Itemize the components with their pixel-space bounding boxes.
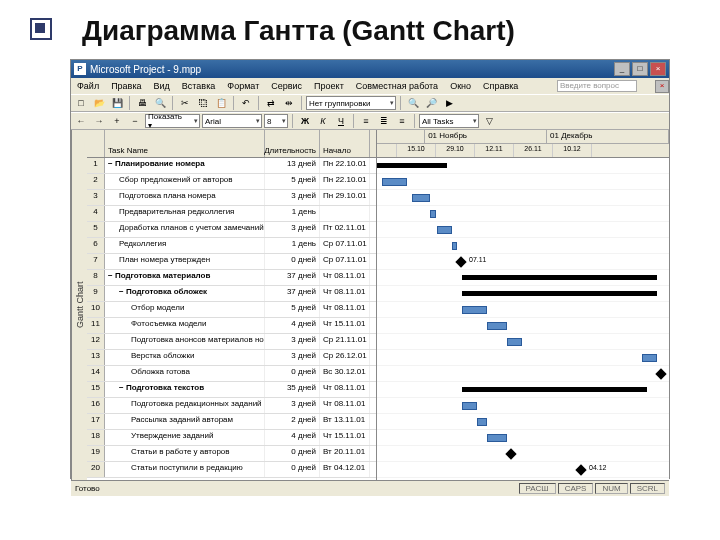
table-row[interactable]: 18Утверждение заданий4 днейЧт 15.11.01 xyxy=(87,430,376,446)
new-icon[interactable]: □ xyxy=(73,95,89,111)
task-start[interactable]: Ср 07.11.01 xyxy=(320,238,370,253)
task-start[interactable]: Пн 29.10.01 xyxy=(320,190,370,205)
table-row[interactable]: 12Подготовка анонсов материалов номера д… xyxy=(87,334,376,350)
task-start[interactable]: Пн 22.10.01 xyxy=(320,174,370,189)
menu-view[interactable]: Вид xyxy=(148,81,176,91)
task-start[interactable]: Пт 02.11.01 xyxy=(320,222,370,237)
task-bar[interactable] xyxy=(487,322,507,330)
show-combo[interactable]: Показать ▾ xyxy=(145,114,200,128)
col-header-duration[interactable]: Длительность xyxy=(265,130,320,157)
task-bar[interactable] xyxy=(642,354,657,362)
table-row[interactable]: 8− Подготовка материалов37 днейЧт 08.11.… xyxy=(87,270,376,286)
zoom-in-icon[interactable]: 🔍 xyxy=(405,95,421,111)
task-name[interactable]: Рассылка заданий авторам xyxy=(105,414,265,429)
outline-minus-icon[interactable]: − xyxy=(127,113,143,129)
task-start[interactable]: Чт 08.11.01 xyxy=(320,270,370,285)
task-name[interactable]: Редколлегия xyxy=(105,238,265,253)
menu-collab[interactable]: Совместная работа xyxy=(350,81,444,91)
task-name[interactable]: Верстка обложки xyxy=(105,350,265,365)
summary-bar[interactable] xyxy=(462,387,647,392)
menu-help[interactable]: Справка xyxy=(477,81,524,91)
milestone-icon[interactable] xyxy=(575,464,586,475)
task-duration[interactable]: 0 дней xyxy=(265,254,320,269)
task-duration[interactable]: 5 дней xyxy=(265,302,320,317)
align-left-icon[interactable]: ≡ xyxy=(358,113,374,129)
task-duration[interactable]: 3 дней xyxy=(265,190,320,205)
task-bar[interactable] xyxy=(507,338,522,346)
table-row[interactable]: 17Рассылка заданий авторам2 днейВт 13.11… xyxy=(87,414,376,430)
task-start[interactable]: Чт 08.11.01 xyxy=(320,398,370,413)
task-start[interactable]: Пн 22.10.01 xyxy=(320,158,370,173)
task-start[interactable]: Чт 15.11.01 xyxy=(320,318,370,333)
task-start[interactable]: Чт 08.11.01 xyxy=(320,286,370,301)
task-duration[interactable]: 37 дней xyxy=(265,270,320,285)
cut-icon[interactable]: ✂ xyxy=(177,95,193,111)
table-row[interactable]: 2Сбор предложений от авторов5 днейПн 22.… xyxy=(87,174,376,190)
maximize-button[interactable]: □ xyxy=(632,62,648,76)
task-name[interactable]: Сбор предложений от авторов xyxy=(105,174,265,189)
table-row[interactable]: 20Статьи поступили в редакцию0 днейВт 04… xyxy=(87,462,376,478)
undo-icon[interactable]: ↶ xyxy=(238,95,254,111)
task-start[interactable]: Чт 08.11.01 xyxy=(320,302,370,317)
autofilter-icon[interactable]: ▽ xyxy=(481,113,497,129)
bold-icon[interactable]: Ж xyxy=(297,113,313,129)
task-duration[interactable]: 1 день xyxy=(265,206,320,221)
task-name[interactable]: − Планирование номера xyxy=(105,158,265,173)
task-start[interactable]: Вт 20.11.01 xyxy=(320,446,370,461)
menu-window[interactable]: Окно xyxy=(444,81,477,91)
table-row[interactable]: 19Статьи в работе у авторов0 днейВт 20.1… xyxy=(87,446,376,462)
view-bar[interactable]: Gantt Chart xyxy=(71,130,87,480)
table-row[interactable]: 9− Подготовка обложек37 днейЧт 08.11.01 xyxy=(87,286,376,302)
task-name[interactable]: Обложка готова xyxy=(105,366,265,381)
task-duration[interactable]: 3 дней xyxy=(265,398,320,413)
summary-bar[interactable] xyxy=(462,275,657,280)
copy-icon[interactable]: ⿻ xyxy=(195,95,211,111)
task-bar[interactable] xyxy=(487,434,507,442)
col-header-id[interactable] xyxy=(87,130,105,157)
save-icon[interactable]: 💾 xyxy=(109,95,125,111)
task-bar[interactable] xyxy=(452,242,457,250)
task-bar[interactable] xyxy=(382,178,407,186)
summary-bar[interactable] xyxy=(377,163,447,168)
task-duration[interactable]: 35 дней xyxy=(265,382,320,397)
task-name[interactable]: − Подготовка материалов xyxy=(105,270,265,285)
milestone-icon[interactable] xyxy=(655,368,666,379)
align-center-icon[interactable]: ≣ xyxy=(376,113,392,129)
task-bar[interactable] xyxy=(462,306,487,314)
milestone-icon[interactable] xyxy=(505,448,516,459)
task-duration[interactable]: 3 дней xyxy=(265,334,320,349)
task-start[interactable]: Чт 15.11.01 xyxy=(320,430,370,445)
task-duration[interactable]: 5 дней xyxy=(265,174,320,189)
task-bar[interactable] xyxy=(412,194,430,202)
task-bar[interactable] xyxy=(437,226,452,234)
task-name[interactable]: Подготовка редакционных заданий xyxy=(105,398,265,413)
col-header-name[interactable]: Task Name xyxy=(105,130,265,157)
task-name[interactable]: Отбор модели xyxy=(105,302,265,317)
close-button[interactable]: × xyxy=(650,62,666,76)
task-duration[interactable]: 4 дней xyxy=(265,318,320,333)
table-row[interactable]: 6Редколлегия1 деньСр 07.11.01 xyxy=(87,238,376,254)
zoom-out-icon[interactable]: 🔎 xyxy=(423,95,439,111)
table-row[interactable]: 1− Планирование номера13 днейПн 22.10.01 xyxy=(87,158,376,174)
outline-plus-icon[interactable]: + xyxy=(109,113,125,129)
task-name[interactable]: План номера утвержден xyxy=(105,254,265,269)
task-name[interactable]: Утверждение заданий xyxy=(105,430,265,445)
table-row[interactable]: 7План номера утвержден0 днейСр 07.11.01 xyxy=(87,254,376,270)
indent-icon[interactable]: → xyxy=(91,113,107,129)
task-duration[interactable]: 37 дней xyxy=(265,286,320,301)
task-name[interactable]: Подготовка плана номера xyxy=(105,190,265,205)
table-row[interactable]: 13Верстка обложки3 днейСр 26.12.01 xyxy=(87,350,376,366)
task-name[interactable]: Статьи поступили в редакцию xyxy=(105,462,265,477)
align-right-icon[interactable]: ≡ xyxy=(394,113,410,129)
task-name[interactable]: − Подготовка текстов xyxy=(105,382,265,397)
col-header-start[interactable]: Начало xyxy=(320,130,370,157)
font-size-combo[interactable]: 8 xyxy=(264,114,288,128)
preview-icon[interactable]: 🔍 xyxy=(152,95,168,111)
menu-edit[interactable]: Правка xyxy=(105,81,147,91)
task-bar[interactable] xyxy=(462,402,477,410)
task-bar[interactable] xyxy=(430,210,436,218)
menu-insert[interactable]: Вставка xyxy=(176,81,221,91)
task-start[interactable]: Вт 13.11.01 xyxy=(320,414,370,429)
paste-icon[interactable]: 📋 xyxy=(213,95,229,111)
menu-file[interactable]: Файл xyxy=(71,81,105,91)
